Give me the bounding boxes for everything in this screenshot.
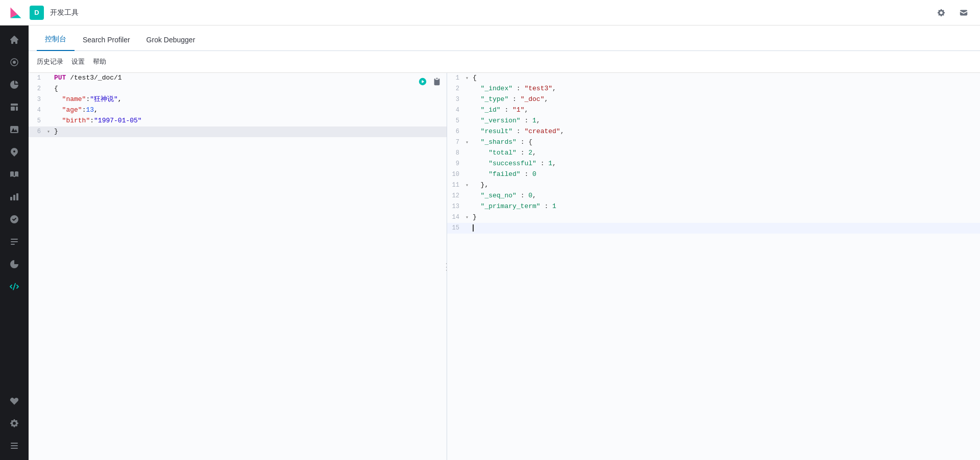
table-row: 6 "result" : "created",	[447, 126, 980, 137]
sidebar-icon-apm[interactable]	[4, 187, 24, 207]
table-row: 3 "name":"狂神说",	[29, 94, 447, 105]
tab-search-profiler[interactable]: Search Profiler	[75, 30, 138, 51]
top-bar-right	[933, 5, 972, 21]
toolbar: 历史记录 设置 帮助	[29, 51, 980, 73]
table-row: 4 "_id" : "1",	[447, 105, 980, 116]
help-button[interactable]: 帮助	[93, 55, 106, 68]
tab-bar: 控制台 Search Profiler Grok Debugger	[29, 25, 980, 51]
table-row: 4 "age":13,	[29, 105, 447, 116]
tab-console[interactable]: 控制台	[37, 29, 75, 51]
sidebar	[0, 25, 29, 460]
table-row: 12 "_seq_no" : 0,	[447, 191, 980, 201]
mail-icon-btn[interactable]	[955, 5, 972, 21]
sidebar-icon-management[interactable]	[4, 413, 24, 433]
right-pane: 1 ▾ { 2 "_index" : "test3", 3	[447, 73, 980, 460]
main-layout: 控制台 Search Profiler Grok Debugger 历史记录 设…	[0, 25, 980, 460]
sidebar-icon-uptime[interactable]	[4, 209, 24, 229]
table-row: 1 PUT /test3/_doc/1	[29, 73, 447, 84]
table-row: 10 "failed" : 0	[447, 169, 980, 180]
table-row: 14 ▾ }	[447, 212, 980, 223]
table-row: 5 "birth":"1997-01-05"	[29, 116, 447, 126]
table-row: 1 ▾ {	[447, 73, 980, 84]
sidebar-icon-canvas[interactable]	[4, 119, 24, 140]
table-row: 3 "_type" : "_doc",	[447, 94, 980, 105]
sidebar-icon-home[interactable]	[4, 30, 24, 50]
sidebar-icon-devtools[interactable]	[4, 276, 24, 297]
table-row: 9 "successful" : 1,	[447, 159, 980, 169]
top-bar: D 开发工具	[0, 0, 980, 25]
sidebar-icon-dashboard[interactable]	[4, 97, 24, 117]
sidebar-icon-collapse[interactable]	[4, 436, 24, 456]
kibana-logo	[8, 5, 23, 20]
table-row: 2 "_index" : "test3",	[447, 84, 980, 94]
sidebar-icon-maps[interactable]	[4, 142, 24, 162]
table-row: 5 "_version" : 1,	[447, 116, 980, 126]
sidebar-icon-monitoring[interactable]	[4, 391, 24, 411]
editor-toolbar	[417, 76, 443, 89]
tab-grok-debugger[interactable]: Grok Debugger	[138, 30, 204, 51]
svg-point-1	[13, 61, 16, 64]
sidebar-icon-ml[interactable]	[4, 164, 24, 185]
table-row: 2 {	[29, 84, 447, 94]
settings-button[interactable]: 设置	[71, 55, 85, 68]
app-title: 开发工具	[50, 8, 79, 17]
left-pane: 1 PUT /test3/_doc/1 2 { 3 "nam	[29, 73, 447, 460]
table-row: 8 "total" : 2,	[447, 148, 980, 159]
right-code-editor[interactable]: 1 ▾ { 2 "_index" : "test3", 3	[447, 73, 980, 234]
left-code-editor[interactable]: 1 PUT /test3/_doc/1 2 { 3 "nam	[29, 73, 447, 460]
sidebar-icon-metrics[interactable]	[4, 254, 24, 274]
copy-button[interactable]	[431, 76, 443, 89]
history-button[interactable]: 历史记录	[37, 55, 63, 68]
run-button[interactable]	[417, 76, 428, 89]
content-area: 控制台 Search Profiler Grok Debugger 历史记录 设…	[29, 25, 980, 460]
user-avatar[interactable]: D	[30, 6, 44, 20]
settings-icon-btn[interactable]	[933, 5, 949, 21]
divider-handle[interactable]: ⋮	[444, 257, 447, 277]
table-row: 7 ▾ "_shards" : {	[447, 137, 980, 148]
table-row: 11 ▾ },	[447, 180, 980, 191]
sidebar-icon-discover[interactable]	[4, 52, 24, 72]
editor-container: 1 PUT /test3/_doc/1 2 { 3 "nam	[29, 73, 980, 460]
table-row: 13 "_primary_term" : 1	[447, 201, 980, 212]
table-row: 6 ▾ }	[29, 126, 447, 137]
sidebar-icon-visualize[interactable]	[4, 74, 24, 95]
table-row: 15	[447, 223, 980, 234]
sidebar-icon-logs[interactable]	[4, 232, 24, 252]
